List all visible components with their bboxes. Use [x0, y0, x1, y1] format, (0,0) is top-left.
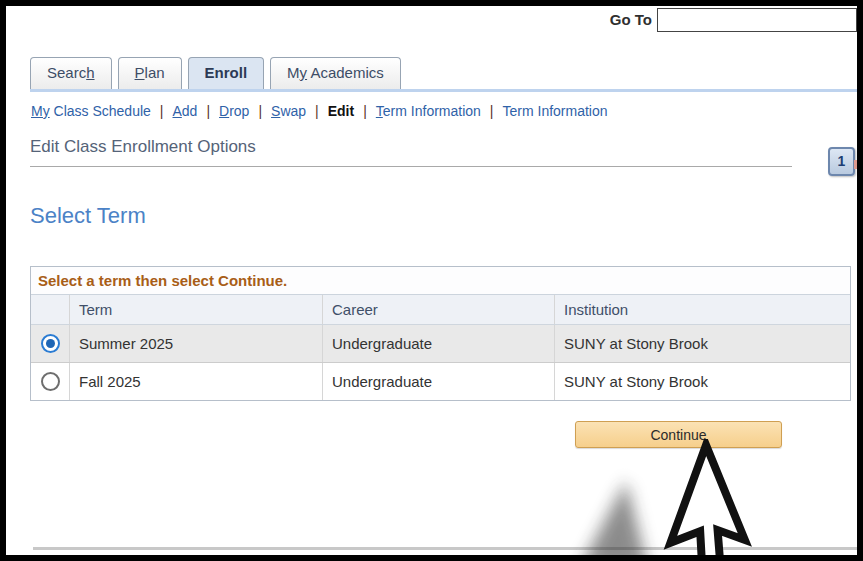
tab-my-academics[interactable]: My Academics [270, 57, 401, 89]
title-divider [30, 166, 792, 167]
subnav-separator: | [363, 103, 367, 119]
radio-cell [31, 363, 69, 400]
subnav-edit: Edit [328, 103, 354, 119]
subnav-separator: | [160, 103, 164, 119]
subnav-drop[interactable]: Drop [219, 103, 249, 119]
page-title: Edit Class Enrollment Options [30, 137, 256, 157]
tabbar-underline [30, 89, 857, 92]
continue-button[interactable]: Continue [575, 421, 782, 448]
subnav-add[interactable]: Add [172, 103, 197, 119]
table-body: Summer 2025UndergraduateSUNY at Stony Br… [31, 325, 850, 400]
career-cell: Undergraduate [322, 325, 554, 362]
term-cell: Summer 2025 [69, 325, 322, 362]
subnav-separator: | [315, 103, 319, 119]
institution-cell: SUNY at Stony Brook [554, 325, 850, 362]
term-row-fall-2025: Fall 2025UndergraduateSUNY at Stony Broo… [31, 362, 850, 400]
tab-search[interactable]: Search [30, 57, 112, 89]
main-tabs: SearchPlanEnrollMy Academics [30, 57, 407, 89]
subnav-term-information-2[interactable]: Term Information [503, 103, 608, 119]
institution-cell: SUNY at Stony Brook [554, 363, 850, 400]
subnav-swap[interactable]: Swap [271, 103, 306, 119]
section-heading: Select Term [30, 203, 146, 229]
column-header-term: Term [69, 295, 322, 324]
mouse-cursor-overlay [540, 439, 860, 561]
column-header-institution: Institution [554, 295, 850, 324]
tab-enroll[interactable]: Enroll [188, 57, 265, 89]
column-header-career: Career [322, 295, 554, 324]
goto-input[interactable] [657, 8, 857, 32]
bottom-divider [33, 547, 857, 550]
subnav-my-class-schedule[interactable]: My Class Schedule [31, 103, 151, 119]
term-radio-summer-2025[interactable] [41, 334, 60, 353]
step-indicator-next-partial [854, 160, 858, 169]
step-indicator: 1 [828, 147, 855, 176]
subnav-separator: | [490, 103, 494, 119]
table-header-row: TermCareerInstitution [31, 295, 850, 325]
goto-label: Go To [598, 11, 652, 28]
radio-cell [31, 325, 69, 362]
subnav-separator: | [258, 103, 262, 119]
tab-plan[interactable]: Plan [118, 57, 182, 89]
subnav-term-information[interactable]: Term Information [376, 103, 481, 119]
term-row-summer-2025: Summer 2025UndergraduateSUNY at Stony Br… [31, 325, 850, 362]
screenshot-frame: Go To SearchPlanEnrollMy Academics My Cl… [0, 0, 863, 561]
table-caption: Select a term then select Continue. [31, 267, 850, 295]
select-term-table: Select a term then select Continue. Term… [30, 266, 851, 401]
enroll-subnav: My Class Schedule|Add|Drop|Swap|Edit|Ter… [31, 103, 608, 119]
career-cell: Undergraduate [322, 363, 554, 400]
cursor-arrow-icon [666, 445, 771, 561]
term-radio-fall-2025[interactable] [41, 372, 60, 391]
subnav-separator: | [206, 103, 210, 119]
term-cell: Fall 2025 [69, 363, 322, 400]
